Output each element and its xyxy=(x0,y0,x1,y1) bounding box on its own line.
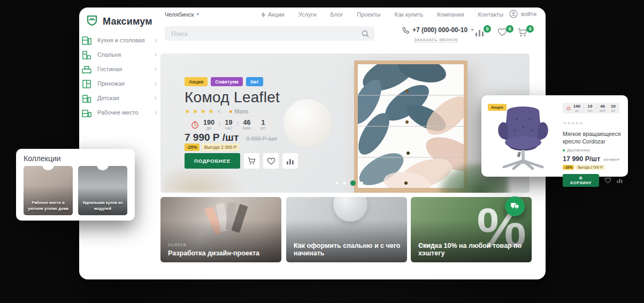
discount-badge: -10% xyxy=(563,165,574,170)
chat-icon xyxy=(510,202,519,210)
page: Максимум Кухня и столовая Спальня Гостин… xyxy=(0,0,644,303)
hero-product-title[interactable]: Комод Leaflet xyxy=(185,89,280,106)
sidebar-item-kids[interactable]: Детская xyxy=(81,91,159,105)
slider-dot-3-active[interactable] xyxy=(350,180,356,186)
discount-badge: -20% xyxy=(185,143,200,151)
product-price-row: 17 990 Р/шт 19 990 Р xyxy=(563,155,623,163)
collection-tile-workplace[interactable]: Рабочее место в уютном уголке дома xyxy=(24,166,73,215)
sidebar-item-label: Гостиная xyxy=(97,66,148,72)
search-input[interactable] xyxy=(170,30,362,37)
promo-title: Скидка 10% на любой товар по хэштегу xyxy=(418,242,526,257)
product-availability: Достаточно xyxy=(563,148,623,153)
nav-item-label: Контакты xyxy=(478,11,504,18)
add-to-cart-button[interactable]: В корзину xyxy=(563,174,599,187)
cart-button[interactable]: 0 xyxy=(518,28,530,40)
brand-logo[interactable]: Максимум xyxy=(86,14,152,29)
countdown-hours: 19 xyxy=(587,104,593,109)
product-image-chair xyxy=(491,104,555,170)
chevron-right-icon xyxy=(153,82,157,86)
nav-item-label: Как купить xyxy=(395,11,424,18)
star-icon: ★ xyxy=(193,108,198,115)
countdown-minutes: 46 xyxy=(243,119,251,126)
countdown-minutes-label: мин xyxy=(243,126,251,130)
compare-icon[interactable] xyxy=(617,177,623,184)
nav-item-blog[interactable]: Блог xyxy=(331,11,343,18)
bedroom-icon xyxy=(81,50,92,60)
stock-quantity: 10 xyxy=(611,104,616,109)
countdown-hours-label: час xyxy=(587,109,593,112)
chevron-right-icon xyxy=(153,111,157,115)
badge-recommended: Советуем xyxy=(211,77,242,86)
chevron-right-icon xyxy=(153,53,157,57)
search-icon[interactable] xyxy=(362,30,369,37)
chat-widget-button[interactable] xyxy=(505,196,525,216)
hallway-icon xyxy=(81,79,92,89)
stock-quantity-label: шт xyxy=(260,126,266,130)
nav-item-projects[interactable]: Проекты xyxy=(357,11,380,18)
star-icon: ★ xyxy=(201,108,206,115)
workplace-icon xyxy=(81,108,92,118)
benefit-badge: Выгода 2 000 Р xyxy=(576,165,604,170)
city-selector[interactable]: Челябинск xyxy=(165,11,200,18)
nav-item-contacts[interactable]: Контакты xyxy=(478,11,504,18)
collection-tile-kitchen[interactable]: Идеальная кухня из модулей xyxy=(78,166,127,215)
sidebar-item-label: Прихожая xyxy=(97,80,148,87)
phone-number[interactable]: +7 (000) 000-00-10 xyxy=(412,26,467,34)
benefit-badge: Выгода 2 000 Р xyxy=(202,143,240,151)
sidebar-item-hallway[interactable]: Прихожая xyxy=(81,77,159,91)
countdown-days-label: дн xyxy=(573,109,580,112)
product-card[interactable]: Акция xyxy=(481,95,628,177)
wishlist-icon[interactable] xyxy=(604,177,611,184)
hero-rating: ★★★★★ Мало xyxy=(185,108,248,115)
badge-sale: Акция xyxy=(185,77,208,86)
phone-block: +7 (000) 000-00-10 Заказать звонок xyxy=(402,26,474,43)
star-icon: ★ xyxy=(575,120,579,126)
sidebar-item-livingroom[interactable]: Гостиная xyxy=(81,62,159,77)
nav-item-how-to-buy[interactable]: Как купить xyxy=(395,11,424,18)
nav-item-label: Акции xyxy=(268,11,285,18)
price: 7 990 Р /шт xyxy=(185,132,239,143)
star-icon: ★ xyxy=(208,108,214,115)
promo-card-blog[interactable]: Блог Как оформить спальню и с чего начин… xyxy=(286,197,407,262)
add-to-cart-button[interactable] xyxy=(244,153,259,169)
product-benefit-row: -10% Выгода 2 000 Р xyxy=(563,165,623,170)
compare-button[interactable]: 0 xyxy=(475,28,487,40)
wishlist-count-badge: 0 xyxy=(506,25,513,33)
brand-logo-icon xyxy=(86,14,98,29)
chevron-right-icon xyxy=(153,67,157,71)
sidebar-item-bedroom[interactable]: Спальня xyxy=(81,48,159,62)
heart-icon xyxy=(267,157,275,165)
collection-caption: Рабочее место в уютном уголке дома xyxy=(26,200,71,212)
callback-link[interactable]: Заказать звонок xyxy=(414,37,458,43)
nav-item-services[interactable]: Услуги xyxy=(298,11,317,18)
promo-card-design[interactable]: Услуга Разработка дизайн-проекта xyxy=(160,197,281,262)
kitchen-icon xyxy=(81,35,92,46)
sidebar-item-workplace[interactable]: Рабочее место xyxy=(81,105,159,120)
compare-icon xyxy=(286,157,294,165)
promo-tag: Услуга xyxy=(168,243,186,247)
slider-dot-4[interactable] xyxy=(360,181,363,185)
product-countdown: 190дн : 19час : 46мин 10шт xyxy=(563,103,619,113)
add-to-wishlist-button[interactable] xyxy=(263,153,279,169)
slider-dot-2[interactable] xyxy=(343,181,346,185)
nav-item-promotions[interactable]: Акции xyxy=(261,11,285,18)
old-price: 9 990 Р /шт xyxy=(246,135,277,142)
product-title[interactable]: Мягкое вращающееся кресло Cordozar xyxy=(563,130,623,145)
add-to-compare-button[interactable] xyxy=(282,153,298,169)
countdown-separator: : xyxy=(236,120,239,126)
caret-down-icon xyxy=(196,13,200,16)
hero-countdown: 190дн : 19час : 46мин 1шт xyxy=(185,117,272,133)
product-actions: В корзину xyxy=(563,174,623,187)
sidebar-item-kitchen[interactable]: Кухня и столовая xyxy=(81,33,159,48)
login-button[interactable]: войти xyxy=(509,10,536,18)
countdown-days: 190 xyxy=(203,119,214,126)
more-button[interactable]: Подробнее xyxy=(185,153,240,169)
collections-card: Коллекции Рабочее место в уютном уголке … xyxy=(16,149,135,221)
nav-item-company[interactable]: Компания xyxy=(437,11,464,18)
slider-dot-1[interactable] xyxy=(335,181,339,185)
sidebar-item-label: Рабочее место xyxy=(97,109,148,116)
nav-item-label: Услуги xyxy=(298,11,317,18)
nav-item-label: Компания xyxy=(437,11,464,18)
wishlist-button[interactable]: 0 xyxy=(497,28,509,40)
availability-label: Достаточно xyxy=(567,148,590,153)
